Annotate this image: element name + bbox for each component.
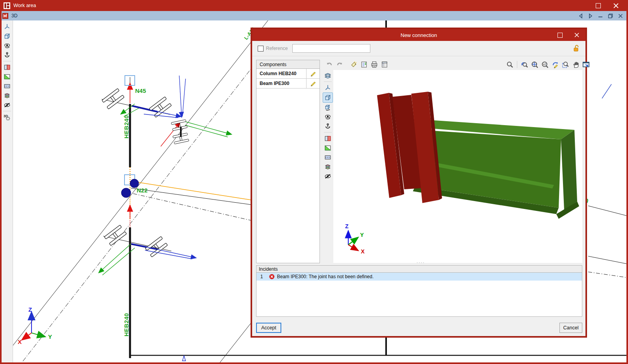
render-mode-icon[interactable] bbox=[323, 143, 333, 153]
local-axis-y-lower bbox=[99, 244, 131, 272]
view-tab-bar: 3D bbox=[0, 11, 628, 20]
rotate-model-icon[interactable] bbox=[2, 50, 12, 60]
tab-close-icon[interactable] bbox=[618, 13, 623, 18]
reference-checkbox[interactable] bbox=[258, 46, 264, 52]
check-report-icon[interactable] bbox=[359, 60, 369, 69]
thin-dashdot-line bbox=[133, 194, 251, 220]
grid-diagonal-line bbox=[11, 17, 271, 348]
grid-diagonal-line2 bbox=[219, 320, 254, 364]
window-view-icon[interactable] bbox=[2, 81, 12, 91]
diag-node-green-2 bbox=[185, 125, 228, 137]
previous-zoom-icon[interactable] bbox=[520, 60, 529, 69]
redraw-icon[interactable] bbox=[550, 60, 560, 69]
beam-3d-model bbox=[377, 92, 579, 219]
redo-icon[interactable] bbox=[335, 60, 344, 69]
connection-3d-viewport[interactable]: Z Y X bbox=[333, 70, 582, 263]
svg-text:x2: x2 bbox=[543, 63, 546, 66]
section-view-icon[interactable] bbox=[2, 63, 12, 72]
restore-icon[interactable] bbox=[608, 13, 613, 18]
layers-icon[interactable] bbox=[2, 91, 12, 100]
print-icon[interactable] bbox=[370, 60, 379, 69]
node-mid-label: N22 bbox=[137, 187, 148, 194]
viewport-axis-x: X bbox=[361, 248, 365, 255]
component-label: Beam IPE300 bbox=[256, 79, 306, 88]
window-border-left bbox=[0, 0, 2, 364]
dialog-view-toolbar bbox=[322, 71, 333, 181]
incident-index: 1 bbox=[256, 274, 267, 279]
view-cube-icon-selected[interactable] bbox=[323, 92, 333, 103]
component-row-column[interactable]: Column HEB240 bbox=[256, 69, 320, 79]
viewport-axis-y: Y bbox=[360, 232, 364, 238]
incidents-header: Incidents bbox=[256, 265, 582, 273]
search-icon[interactable] bbox=[505, 60, 515, 69]
back-icon[interactable] bbox=[578, 13, 583, 18]
component-row-beam[interactable]: Beam IPE300 bbox=[256, 79, 320, 89]
edit-component-button[interactable] bbox=[306, 69, 320, 78]
layers-color-icon[interactable] bbox=[323, 162, 333, 172]
orbit-view-icon[interactable] bbox=[323, 112, 333, 122]
render-mode-icon[interactable] bbox=[2, 72, 12, 81]
window-border-right bbox=[626, 0, 628, 364]
view-cube-icon[interactable] bbox=[2, 31, 12, 41]
reference-input[interactable] bbox=[292, 44, 370, 53]
pencil-icon bbox=[310, 70, 316, 77]
full-screen-icon[interactable] bbox=[581, 60, 591, 69]
minimize-icon[interactable] bbox=[598, 13, 603, 18]
diag-node-blue-2 bbox=[182, 79, 186, 116]
axis-tripod-icon[interactable] bbox=[323, 83, 333, 92]
close-icon[interactable] bbox=[613, 3, 619, 8]
pencil-icon bbox=[310, 80, 316, 87]
window-view-icon[interactable] bbox=[323, 153, 333, 162]
column-lower bbox=[129, 227, 131, 358]
axis-x-label: X bbox=[18, 338, 22, 345]
incidents-list: 1 Beam IPE300: The joint has not been de… bbox=[256, 273, 582, 317]
dialog-edit-toolbar bbox=[325, 60, 389, 69]
forward-icon[interactable] bbox=[588, 13, 593, 18]
viewport-axis-triad: Z Y X bbox=[345, 223, 365, 255]
report-table-icon[interactable] bbox=[380, 60, 389, 69]
3d-settings-icon[interactable]: 3D bbox=[2, 113, 12, 122]
grid-diagonal-dashdot bbox=[23, 33, 279, 361]
incident-text: Beam IPE300: The joint has not been defi… bbox=[277, 274, 373, 279]
bottom-blue-arrowhead bbox=[182, 356, 186, 361]
axis-z-label: Z bbox=[28, 306, 32, 313]
accept-button[interactable]: Accept bbox=[256, 323, 281, 333]
node-sphere-2 bbox=[130, 179, 139, 188]
edit-component-button[interactable] bbox=[306, 79, 320, 88]
tag-icon[interactable] bbox=[349, 60, 359, 69]
column-upper-label: HEB240 bbox=[123, 115, 130, 139]
cancel-button[interactable]: Cancel bbox=[559, 323, 582, 333]
rotate-cube-icon[interactable] bbox=[323, 103, 333, 112]
viewport-axis-z: Z bbox=[345, 223, 349, 229]
hide-elements-icon[interactable] bbox=[2, 100, 12, 110]
diag-member-stub bbox=[180, 127, 182, 137]
error-icon bbox=[267, 274, 277, 279]
section-view-icon[interactable] bbox=[323, 134, 333, 143]
local-axis-y-upper bbox=[121, 104, 135, 114]
lock-open-icon[interactable] bbox=[573, 44, 580, 52]
right-line-1 bbox=[588, 206, 628, 216]
orbit-view-icon[interactable] bbox=[2, 41, 12, 50]
maximize-icon[interactable] bbox=[596, 3, 601, 8]
rotate-model-icon[interactable] bbox=[323, 122, 333, 131]
dialog-title: New connection bbox=[401, 32, 437, 38]
dialog-titlebar[interactable]: New connection bbox=[252, 29, 585, 41]
node-sphere-1 bbox=[121, 188, 131, 198]
incident-row[interactable]: 1 Beam IPE300: The joint has not been de… bbox=[256, 273, 582, 281]
splitter-handle[interactable]: ···· bbox=[413, 261, 429, 264]
zoom-fit-icon[interactable] bbox=[530, 60, 539, 69]
zoom-x2-icon[interactable]: x2 bbox=[540, 60, 550, 69]
layers-icon[interactable] bbox=[323, 71, 333, 80]
zoom-window-icon[interactable] bbox=[561, 60, 570, 69]
node-top-label: N45 bbox=[135, 87, 146, 94]
axis-tripod-icon[interactable] bbox=[2, 22, 12, 31]
dialog-maximize-icon[interactable] bbox=[557, 33, 563, 38]
diag-node-green-1 bbox=[184, 121, 231, 134]
app-icon bbox=[4, 2, 10, 9]
pan-icon[interactable] bbox=[571, 60, 580, 69]
main-left-toolbar: 3D bbox=[2, 20, 13, 362]
dialog-close-icon[interactable] bbox=[574, 33, 579, 37]
view-3d-icon bbox=[2, 13, 8, 19]
hide-elements-icon[interactable] bbox=[323, 172, 333, 181]
undo-icon[interactable] bbox=[325, 60, 334, 69]
